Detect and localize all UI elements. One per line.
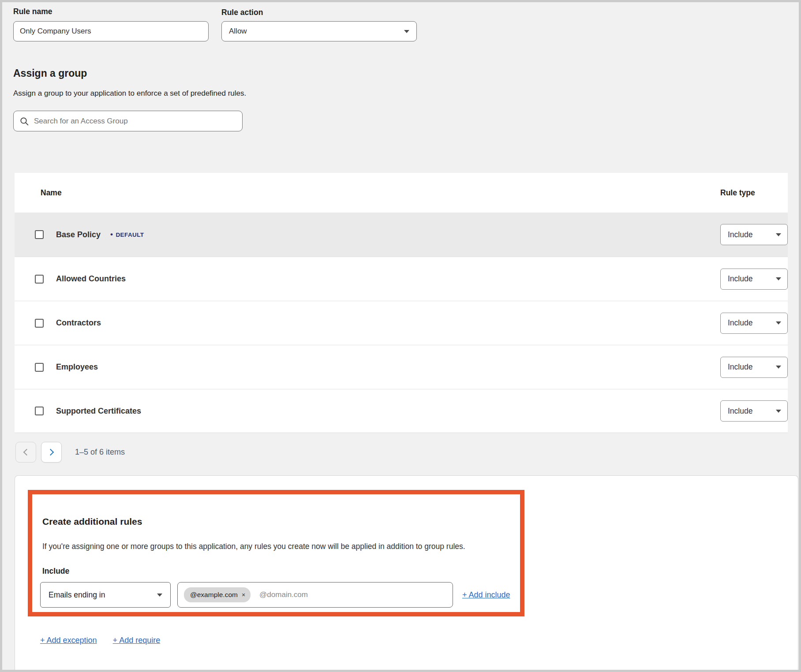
search-icon	[20, 117, 29, 126]
chevron-down-icon	[776, 410, 781, 413]
add-include-link[interactable]: + Add include	[462, 590, 510, 600]
include-label: Include	[42, 567, 69, 576]
column-header-name: Name	[15, 188, 720, 198]
rule-type-value: Include	[728, 318, 752, 328]
default-badge: • DEFAULT	[110, 230, 144, 239]
rule-name-label: Rule name	[13, 7, 52, 16]
rule-type-value: Include	[728, 230, 752, 239]
assign-group-heading: Assign a group	[13, 67, 87, 79]
additional-rules-heading: Create additional rules	[42, 516, 142, 527]
chevron-down-icon	[776, 366, 781, 369]
email-domain-chip: @example.com ×	[184, 587, 251, 602]
previous-page-button[interactable]	[15, 442, 36, 463]
rule-action-select[interactable]: Allow	[221, 21, 417, 41]
table-row: Employees Include	[15, 345, 788, 389]
rule-type-value: Include	[728, 274, 752, 284]
badge-bullet: •	[110, 230, 113, 239]
search-input[interactable]	[34, 117, 236, 126]
rule-type-dropdown[interactable]: Include	[720, 400, 788, 422]
table-header: Name Rule type	[15, 173, 788, 213]
row-checkbox[interactable]	[35, 275, 44, 284]
access-group-table: Name Rule type Base Policy • DEFAULT Inc…	[15, 173, 788, 433]
include-rule-row: Emails ending in @example.com × @domain.…	[40, 582, 510, 608]
policy-rule-page: Rule name Rule action Allow Assign a gro…	[2, 2, 799, 670]
rule-type-dropdown[interactable]: Include	[720, 269, 788, 290]
access-group-search[interactable]	[13, 111, 243, 131]
column-header-rule-type: Rule type	[720, 188, 788, 198]
pagination-count: 1–5 of 6 items	[75, 448, 125, 457]
chevron-down-icon	[157, 594, 162, 597]
rule-type-value: Include	[728, 407, 752, 416]
assign-group-description: Assign a group to your application to en…	[13, 89, 246, 98]
group-name: Base Policy	[56, 230, 101, 239]
rule-type-dropdown[interactable]: Include	[720, 224, 788, 245]
additional-rules-card: Create additional rules If you're assign…	[15, 475, 798, 670]
remove-chip-icon[interactable]: ×	[242, 591, 245, 598]
table-row: Allowed Countries Include	[15, 257, 788, 301]
rule-links: + Add exception + Add require	[40, 636, 160, 645]
row-checkbox[interactable]	[35, 407, 44, 415]
add-exception-link[interactable]: + Add exception	[40, 636, 97, 645]
table-row: Contractors Include	[15, 301, 788, 345]
group-name: Allowed Countries	[56, 274, 126, 284]
group-name: Supported Certificates	[56, 407, 141, 416]
row-checkbox[interactable]	[35, 319, 44, 328]
next-page-button[interactable]	[41, 442, 62, 463]
additional-rules-description: If you're assigning one or more groups t…	[42, 542, 465, 551]
rule-name-input[interactable]	[13, 21, 209, 41]
chip-value: @example.com	[190, 591, 238, 599]
chevron-right-icon	[47, 449, 54, 456]
rule-action-value: Allow	[229, 27, 247, 36]
rule-action-label: Rule action	[221, 8, 263, 17]
group-name: Employees	[56, 362, 98, 372]
group-name: Contractors	[56, 318, 101, 328]
rule-type-dropdown[interactable]: Include	[720, 313, 788, 334]
table-row: Base Policy • DEFAULT Include	[15, 213, 788, 257]
chevron-down-icon	[776, 321, 781, 325]
chevron-down-icon	[776, 233, 781, 236]
row-checkbox[interactable]	[35, 230, 44, 239]
table-row: Supported Certificates Include	[15, 389, 788, 433]
add-require-link[interactable]: + Add require	[113, 636, 161, 645]
chevron-left-icon	[23, 449, 30, 456]
chevron-down-icon	[776, 277, 781, 280]
email-domain-input[interactable]: @example.com × @domain.com	[177, 582, 453, 608]
email-domain-placeholder: @domain.com	[259, 590, 308, 599]
condition-value: Emails ending in	[49, 590, 105, 600]
rule-type-dropdown[interactable]: Include	[720, 357, 788, 378]
pagination: 1–5 of 6 items	[15, 442, 125, 463]
rule-type-value: Include	[728, 362, 752, 372]
badge-text: DEFAULT	[116, 231, 144, 238]
row-checkbox[interactable]	[35, 363, 44, 372]
condition-select[interactable]: Emails ending in	[40, 582, 171, 608]
chevron-down-icon	[404, 30, 409, 33]
